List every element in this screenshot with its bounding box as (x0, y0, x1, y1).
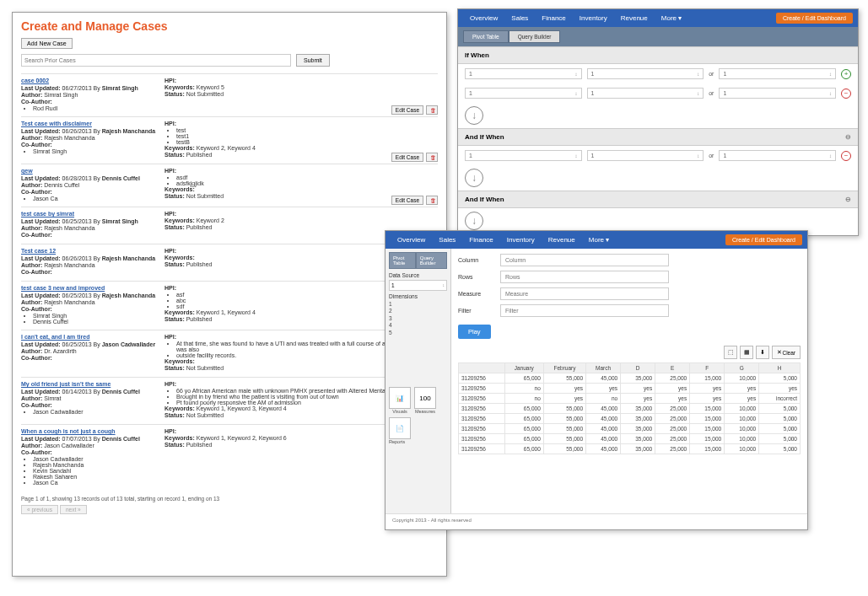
section-and-if-when: And If When⊖ (458, 191, 858, 208)
data-source-select[interactable]: 1 (389, 280, 447, 291)
edit-case-button[interactable]: Edit Case (391, 196, 423, 205)
nav-inventory[interactable]: Inventory (500, 234, 542, 245)
arrow-down-icon[interactable]: ↓ (465, 212, 483, 230)
nav-revenue[interactable]: Revenue (542, 234, 582, 245)
create-dashboard-button[interactable]: Create / Edit Dashboard (725, 234, 802, 245)
tab-query-builder[interactable]: Query Builder (416, 252, 447, 269)
table-header: March (586, 363, 621, 373)
condition-input[interactable]: 1 (465, 88, 582, 99)
next-button[interactable]: next » (60, 505, 87, 514)
visuals-icon[interactable]: 📊 (389, 387, 411, 409)
navbar: Overview Sales Finance Inventory Revenue… (385, 231, 807, 249)
nav-sales[interactable]: Sales (504, 13, 535, 24)
reports-icon[interactable]: 📄 (389, 417, 411, 439)
filter-label: Filter (458, 308, 500, 314)
table-header: G (725, 363, 759, 373)
collapse-icon[interactable]: ⊖ (845, 133, 851, 141)
nav-overview[interactable]: Overview (391, 234, 432, 245)
dimension-item[interactable]: 5 (389, 330, 447, 336)
nav-more[interactable]: More (582, 234, 616, 245)
case-link[interactable]: qew (21, 168, 164, 174)
edit-case-button[interactable]: Edit Case (391, 105, 423, 115)
edit-case-button[interactable]: Edit Case (391, 153, 423, 162)
delete-case-icon[interactable]: 🗑 (426, 105, 438, 115)
section-and-if-when: And If When⊖ (458, 128, 858, 146)
table-header: F (690, 363, 725, 373)
measure-label: Measure (458, 291, 500, 297)
table-row: 3120925665,00055,00045,00035,00025,00015… (459, 404, 801, 414)
condition-input[interactable]: 1 (587, 150, 704, 161)
tab-pivot-table[interactable]: Pivot Table (389, 252, 416, 269)
search-input[interactable] (21, 54, 291, 67)
condition-input[interactable]: 1 (587, 88, 704, 99)
pagination-info: Page 1 of 1, showing 13 records out of 1… (21, 496, 438, 502)
page-title: Create and Manage Cases (21, 19, 438, 33)
column-label: Column (458, 257, 500, 263)
case-management-panel: Create and Manage Cases Add New Case Sub… (12, 12, 447, 577)
filter-input[interactable] (500, 304, 669, 317)
add-condition-icon[interactable]: + (841, 69, 851, 79)
remove-condition-icon[interactable]: − (841, 89, 851, 99)
data-table: JanuaryFebruaryMarchDEFGH 3120925665,000… (458, 362, 801, 454)
table-row: 3120925665,00055,00045,00035,00025,00015… (459, 434, 801, 444)
tab-query-builder[interactable]: Query Builder (509, 30, 561, 43)
measure-input[interactable] (500, 287, 669, 300)
create-dashboard-button[interactable]: Create / Edit Dashboard (776, 13, 853, 24)
play-button[interactable]: Play (458, 325, 491, 339)
case-link[interactable]: Test case with disclaimer (21, 121, 164, 126)
collapse-icon[interactable]: ⊖ (845, 196, 851, 203)
remove-condition-icon[interactable]: − (841, 151, 851, 161)
nav-inventory[interactable]: Inventory (573, 13, 614, 24)
table-header (459, 363, 505, 373)
arrow-down-icon[interactable]: ↓ (465, 106, 483, 125)
dimension-item[interactable]: 3 (389, 315, 447, 322)
condition-input[interactable]: 1 (465, 150, 582, 161)
nav-overview[interactable]: Overview (463, 13, 504, 24)
table-header: January (504, 363, 543, 373)
or-label: or (709, 71, 714, 77)
table-row: 3120925665,00055,00045,00035,00025,00015… (459, 414, 801, 424)
nav-sales[interactable]: Sales (432, 234, 462, 245)
table-header: February (543, 363, 585, 373)
rows-label: Rows (458, 274, 500, 280)
case-link[interactable]: My old friend just isn't the same (21, 381, 164, 387)
section-if-when: If When (458, 46, 858, 64)
query-builder-panel: Overview Sales Finance Inventory Revenue… (457, 8, 859, 236)
measures-icon[interactable]: 100 (414, 387, 436, 409)
condition-input[interactable]: 1 (587, 68, 704, 79)
tab-pivot-table[interactable]: Pivot Table (463, 30, 509, 43)
nav-finance[interactable]: Finance (462, 234, 499, 245)
add-new-case-button[interactable]: Add New Case (21, 38, 73, 49)
case-link[interactable]: test case 3 new and improved (21, 285, 164, 291)
nav-revenue[interactable]: Revenue (614, 13, 655, 24)
or-label: or (709, 153, 714, 158)
delete-case-icon[interactable]: 🗑 (426, 153, 438, 162)
nav-finance[interactable]: Finance (535, 13, 572, 24)
rows-input[interactable] (500, 271, 669, 283)
column-input[interactable] (500, 254, 669, 266)
condition-input[interactable]: 1 (465, 68, 582, 79)
dimension-item[interactable]: 2 (389, 308, 447, 314)
tool-icon[interactable]: ⬇ (756, 346, 769, 359)
submit-button[interactable]: Submit (296, 54, 330, 67)
tool-icon[interactable]: ▦ (740, 346, 753, 359)
dimension-item[interactable]: 1 (389, 301, 447, 308)
nav-more[interactable]: More (655, 13, 688, 24)
sidebar: Pivot Table Query Builder Data Source 1 … (385, 249, 451, 513)
condition-input[interactable]: 1 (719, 88, 836, 99)
case-link[interactable]: test case by simrat (21, 211, 164, 217)
tool-icon[interactable]: ⬚ (724, 346, 737, 359)
case-link[interactable]: When a cough is not just a cough (21, 428, 164, 434)
prev-button[interactable]: « previous (21, 505, 58, 514)
case-link[interactable]: I can't eat, and I am tired (21, 334, 164, 340)
case-link[interactable]: Test case 12 (21, 248, 164, 254)
table-row: 3120925665,00055,00045,00035,00025,00015… (459, 373, 801, 384)
clear-button[interactable]: ✕Clear (772, 346, 801, 359)
dimension-item[interactable]: 4 (389, 322, 447, 329)
case-link[interactable]: case 0002 (21, 78, 164, 83)
condition-input[interactable]: 1 (719, 68, 836, 79)
data-source-label: Data Source (389, 272, 447, 278)
delete-case-icon[interactable]: 🗑 (426, 196, 438, 205)
condition-input[interactable]: 1 (719, 150, 836, 161)
arrow-down-icon[interactable]: ↓ (465, 169, 483, 187)
